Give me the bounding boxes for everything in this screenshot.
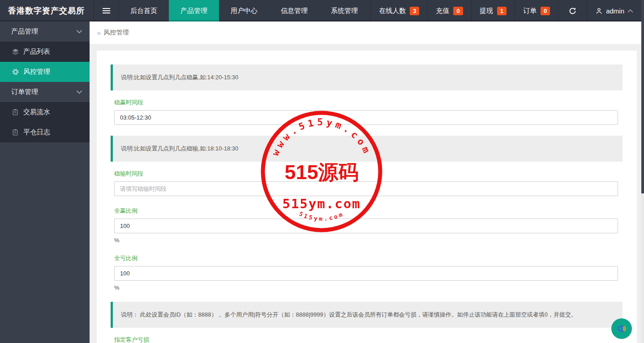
main-area: » 风控管理 说明:比如设置几点到几点稳赢,如:14:20-15:30 稳赢时间… [90,21,644,343]
sidebar-item-close-position-log[interactable]: 平仓日志 [0,122,90,142]
sidebar-group-product-management[interactable]: 产品管理 [0,21,90,42]
stat-orders[interactable]: 订单 0 [515,0,558,21]
note-member-loss: 说明： 此处设置会员ID（如：8888）， 多个用户用|符号分开（如：8888|… [111,302,623,328]
note-win-time: 说明:比如设置几点到几点稳赢,如:14:20-15:30 [111,64,623,90]
top-navbar: 香港数字资产交易所 后台首页 产品管理 用户中心 信息管理 系统管理 在线人数 … [0,0,644,21]
refresh-button[interactable] [558,0,587,21]
percent-unit: % [114,284,618,291]
clipboard-icon [12,129,19,136]
all-lose-ratio-input[interactable] [114,266,618,281]
gear-icon [12,68,19,76]
sidebar-submenu-product: 产品列表 风控管理 [0,42,90,82]
sidebar-item-trade-flow[interactable]: 交易流水 [0,102,90,122]
hamburger-icon [103,8,110,13]
breadcrumb-icon: » [97,29,101,37]
tab-user-center[interactable]: 用户中心 [219,0,269,21]
sidebar-item-product-list[interactable]: 产品列表 [0,42,90,62]
tab-system-management[interactable]: 系统管理 [319,0,369,21]
stat-recharge[interactable]: 充值 0 [427,0,471,21]
stat-withdraw-badge: 1 [497,7,507,15]
breadcrumb: » 风控管理 [90,21,644,44]
sidebar-group-label: 订单管理 [11,88,76,96]
username: admin [606,7,624,15]
chevron-down-icon [76,90,82,94]
content-area: 说明:比如设置几点到几点稳赢,如:14:20-15:30 稳赢时间段 说明:比如… [90,44,644,343]
vertical-scrollbar-thumb[interactable] [641,0,644,193]
sidebar-submenu-order: 交易流水 平仓日志 [0,102,90,142]
sidebar-item-label: 产品列表 [23,47,50,56]
stat-orders-badge: 0 [541,7,550,15]
sidebar: 产品管理 产品列表 风控管理 [0,21,90,343]
tab-dashboard[interactable]: 后台首页 [119,0,169,21]
field-label-customer-loss: 指定客户亏损 [114,336,618,343]
speaker-icon [616,323,627,334]
lose-time-input[interactable] [114,181,618,196]
stat-label: 订单 [523,7,537,15]
risk-settings-panel: 说明:比如设置几点到几点稳赢,如:14:20-15:30 稳赢时间段 说明:比如… [97,51,637,343]
sidebar-item-risk-management[interactable]: 风控管理 [0,62,90,82]
clipboard-icon [12,108,19,116]
field-label-lose-time: 稳输时间段 [114,170,618,178]
sidebar-item-label: 交易流水 [23,108,50,116]
sidebar-item-label: 平仓日志 [23,128,50,137]
note-lose-time: 说明:比如设置几点到几点稳输,如:18:10-18:30 [111,136,623,162]
app-title: 香港数字资产交易所 [0,0,94,21]
field-all-lose-ratio: 全亏比例 % [114,254,618,291]
all-win-ratio-input[interactable] [114,219,618,233]
percent-unit: % [114,237,618,244]
win-time-input[interactable] [114,110,618,125]
breadcrumb-title: 风控管理 [103,29,129,37]
field-all-win-ratio: 全赢比例 % [114,207,618,244]
tab-info-management[interactable]: 信息管理 [269,0,319,21]
audio-notification-button[interactable] [611,318,632,339]
stat-label: 在线人数 [379,7,406,15]
field-customer-loss: 指定客户亏损 [114,336,618,343]
field-win-time: 稳赢时间段 [114,99,618,125]
chevron-up-icon [627,9,633,13]
stat-label: 充值 [436,7,449,15]
stat-withdraw[interactable]: 提现 1 [471,0,515,21]
field-label-win-time: 稳赢时间段 [114,99,618,107]
field-label-all-win-ratio: 全赢比例 [114,207,618,215]
layers-icon [12,48,19,56]
sidebar-group-order-management[interactable]: 订单管理 [0,82,90,102]
person-icon [595,7,603,15]
stat-label: 提现 [480,7,493,15]
stat-recharge-badge: 0 [453,7,463,15]
field-label-all-lose-ratio: 全亏比例 [114,254,618,262]
tab-product-management[interactable]: 产品管理 [169,0,219,21]
chevron-down-icon [76,30,82,34]
sidebar-toggle-button[interactable] [94,0,119,21]
main-nav: 后台首页 产品管理 用户中心 信息管理 系统管理 [119,0,369,21]
sidebar-group-label: 产品管理 [11,27,76,36]
stat-online-users-badge: 3 [410,7,419,15]
sidebar-item-label: 风控管理 [23,68,50,76]
refresh-icon [568,7,577,15]
stat-online-users[interactable]: 在线人数 3 [370,0,427,21]
field-lose-time: 稳输时间段 [114,170,618,196]
user-menu[interactable]: admin [587,0,644,21]
